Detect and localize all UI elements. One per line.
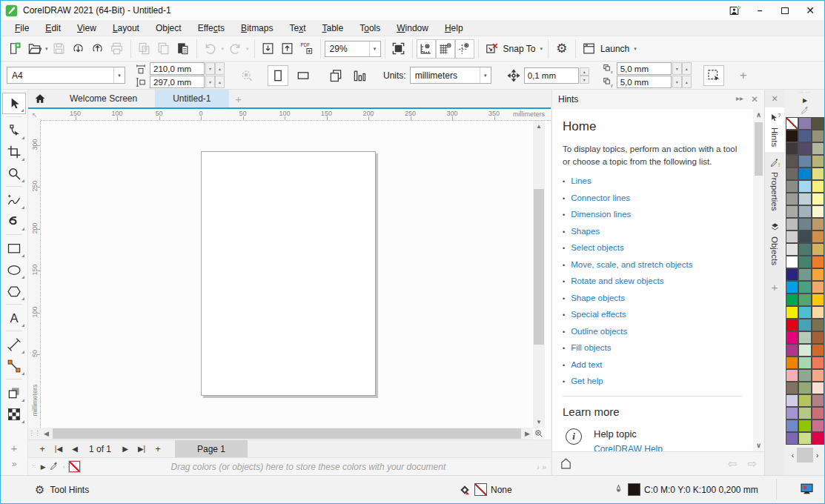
color-swatch[interactable] [786, 357, 799, 369]
dimension-tool-icon[interactable] [2, 334, 26, 355]
color-swatch[interactable] [812, 281, 825, 294]
redo-dropdown-icon[interactable]: ▾ [246, 46, 249, 52]
page-height-field[interactable]: 297,0 mm [150, 76, 205, 88]
hints-link-rotate-and-skew-objects[interactable]: Rotate and skew objects [571, 276, 663, 285]
color-swatch[interactable] [798, 117, 812, 130]
color-swatch[interactable] [786, 168, 799, 180]
color-swatch[interactable] [786, 432, 799, 445]
all-pages-button[interactable] [325, 65, 346, 86]
back-icon[interactable]: ⇦ [728, 457, 738, 471]
page-tab[interactable]: Page 1 [175, 440, 248, 458]
color-swatch[interactable] [786, 155, 799, 168]
export-icon[interactable] [278, 39, 297, 59]
color-swatch[interactable] [798, 180, 812, 193]
show-rulers-icon[interactable] [417, 39, 436, 59]
docker-scrollbar[interactable]: ∧ ∨ [753, 109, 764, 451]
color-swatch[interactable] [798, 168, 812, 180]
color-swatch[interactable] [812, 168, 825, 180]
color-swatch[interactable] [798, 357, 812, 369]
color-swatch[interactable] [812, 369, 825, 382]
palette-scroll-box[interactable] [797, 448, 813, 462]
eyedropper-icon[interactable] [50, 461, 59, 472]
drawing-canvas[interactable] [41, 121, 533, 428]
color-swatch[interactable] [798, 142, 812, 155]
nudge-distance-field[interactable]: 0,1 mm [524, 67, 579, 84]
vertical-scroll-thumb[interactable] [534, 189, 544, 345]
color-swatch[interactable] [786, 268, 799, 281]
docker-collapse-icon[interactable]: ▸▸ [736, 94, 743, 105]
units-dropdown-icon[interactable]: ▾ [480, 67, 491, 83]
undo-dropdown-icon[interactable]: ▾ [222, 46, 225, 52]
menu-bitmaps[interactable]: Bitmaps [233, 21, 281, 35]
color-swatch[interactable] [786, 180, 799, 193]
new-tab-button[interactable]: + [229, 90, 248, 107]
color-swatch[interactable] [786, 407, 799, 420]
treat-as-filled-button[interactable] [703, 65, 724, 86]
color-swatch[interactable] [786, 231, 799, 243]
snap-to-dropdown-icon[interactable]: ▾ [540, 46, 543, 52]
color-swatch[interactable] [812, 218, 825, 231]
hints-link-shape-objects[interactable]: Shape objects [571, 294, 625, 302]
color-swatch[interactable] [798, 205, 812, 218]
color-swatch[interactable] [798, 193, 812, 205]
new-document-icon[interactable] [5, 39, 24, 59]
print-icon[interactable] [107, 39, 127, 59]
color-swatch[interactable] [786, 243, 799, 256]
palette-page-left-icon[interactable]: ‹ [790, 450, 795, 461]
statusbar-gear-icon[interactable]: ⚙ [35, 483, 44, 497]
launch-dropdown-icon[interactable]: ▾ [634, 46, 637, 52]
color-swatch[interactable] [786, 420, 799, 432]
maximize-button[interactable] [772, 1, 798, 19]
document-tab-untitled-1[interactable]: Untitled-1 [155, 90, 228, 107]
launch-label[interactable]: Launch [600, 44, 629, 54]
menu-table[interactable]: Table [314, 21, 352, 35]
scroll-right-icon[interactable]: ▶ [522, 428, 533, 440]
scale-factor-icon[interactable] [236, 65, 257, 86]
hints-link-add-text[interactable]: Add text [571, 360, 602, 369]
no-color-swatch[interactable] [69, 461, 80, 472]
color-swatch[interactable] [798, 344, 812, 357]
forward-icon[interactable]: ⇨ [747, 457, 757, 471]
cloud-download-icon[interactable] [69, 39, 88, 59]
show-grid-icon[interactable] [436, 39, 455, 59]
menu-file[interactable]: File [7, 21, 37, 35]
import-icon[interactable] [259, 39, 278, 59]
palette-overflow-icons[interactable]: › » [537, 462, 551, 471]
hints-link-lines[interactable]: Lines [571, 176, 592, 185]
vertical-ruler[interactable]: 30025020015010050millimeters [28, 121, 41, 428]
color-swatch[interactable] [812, 180, 825, 193]
menu-tools[interactable]: Tools [351, 21, 388, 35]
nudge-spinner[interactable]: ▴▾ [580, 67, 589, 84]
duplicate-x-field[interactable]: 5,0 mm [617, 62, 672, 75]
redo-icon[interactable] [225, 39, 245, 59]
color-swatch[interactable] [798, 382, 812, 394]
hints-link-shapes[interactable]: Shapes [571, 227, 600, 236]
page-a4[interactable] [201, 151, 376, 396]
previous-page-icon[interactable]: ◀ [67, 445, 83, 453]
menu-object[interactable]: Object [148, 21, 190, 35]
add-tool-button[interactable]: + [11, 442, 18, 454]
next-page-icon[interactable]: ▶ [117, 445, 133, 453]
page-width-field[interactable]: 210,0 mm [150, 62, 205, 75]
hints-link-dimension-lines[interactable]: Dimension lines [571, 210, 631, 219]
color-swatch[interactable] [798, 243, 812, 256]
customize-plus-button[interactable]: + [735, 68, 752, 83]
vertical-scrollbar[interactable]: ▲ ▼ [533, 121, 545, 428]
display-color-settings-icon[interactable] [800, 482, 814, 498]
color-swatch[interactable] [786, 319, 799, 331]
hints-link-outline-objects[interactable]: Outline objects [571, 327, 627, 336]
horizontal-scrollbar[interactable]: ◀ ▶ [41, 428, 533, 440]
color-swatch[interactable] [812, 394, 825, 407]
color-swatch[interactable] [798, 432, 812, 445]
color-swatch[interactable] [812, 319, 825, 331]
color-swatch[interactable] [786, 281, 799, 294]
color-swatch[interactable] [812, 432, 825, 445]
zoom-dropdown-icon[interactable]: ▾ [369, 42, 380, 56]
color-swatch[interactable] [812, 243, 825, 256]
color-swatch[interactable] [786, 142, 799, 155]
current-page-button[interactable] [349, 65, 370, 86]
landscape-orientation-button[interactable] [293, 65, 314, 86]
show-guidelines-icon[interactable] [455, 39, 474, 59]
color-swatch[interactable] [786, 294, 799, 306]
color-swatch[interactable] [812, 344, 825, 357]
